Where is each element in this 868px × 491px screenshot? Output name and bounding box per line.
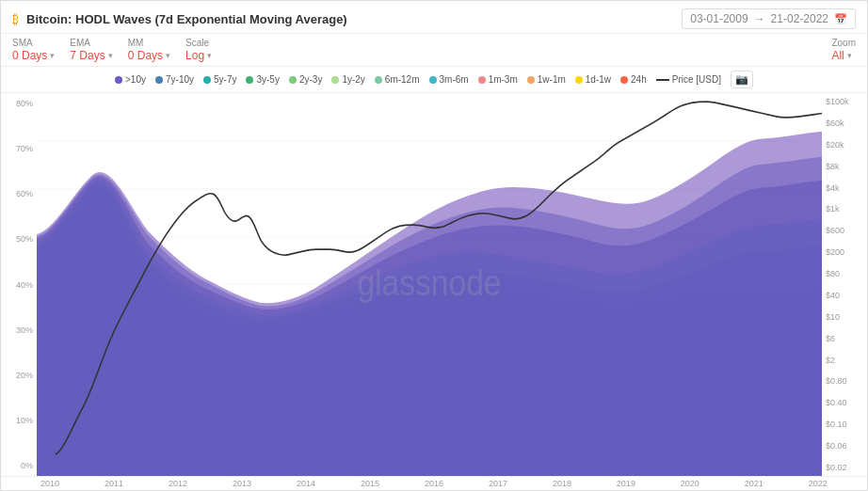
- sma-value: 0 Days: [12, 49, 47, 62]
- y-right-label: $100k: [826, 97, 865, 106]
- y-right-label: $0.40: [826, 398, 865, 407]
- mm-control: MM 0 Days ▾: [128, 38, 170, 62]
- x-axis-label: 2019: [617, 479, 635, 488]
- bitcoin-icon: ₿: [12, 11, 19, 26]
- legend-item-4[interactable]: 2y-3y: [289, 74, 322, 85]
- header-right: 03-01-2009 → 21-02-2022 📅: [682, 8, 856, 29]
- camera-icon[interactable]: 📷: [731, 71, 753, 88]
- header-left: ₿ Bitcoin: HODL Waves (7d Exponential Mo…: [12, 11, 347, 26]
- legend-item-7[interactable]: 3m-6m: [429, 74, 469, 85]
- x-axis-label: 2014: [297, 479, 315, 488]
- y-left-label: 70%: [3, 144, 33, 153]
- main-container: ₿ Bitcoin: HODL Waves (7d Exponential Mo…: [0, 0, 868, 491]
- mm-label: MM: [128, 38, 170, 48]
- zoom-control: Zoom All ▾: [831, 38, 856, 62]
- chart-svg: glassnode: [37, 93, 822, 476]
- legend-item-6[interactable]: 6m-12m: [375, 74, 420, 85]
- y-axis-right: $100k$60k$20k$8k$4k$1k$600$200$80$40$10$…: [822, 93, 867, 476]
- zoom-select[interactable]: All ▾: [831, 49, 856, 62]
- x-axis-label: 2015: [361, 479, 379, 488]
- y-left-label: 0%: [3, 461, 33, 470]
- chart-area: glassnode 80%70%60%50%40%30%20%10%0% $10…: [1, 93, 867, 476]
- mm-chevron: ▾: [166, 51, 170, 60]
- controls-row: SMA 0 Days ▾ EMA 7 Days ▾ MM 0 Days ▾ Sc…: [1, 34, 867, 67]
- chart-title: Bitcoin: HODL Waves (7d Exponential Movi…: [26, 12, 347, 26]
- legend-item-0[interactable]: >10y: [115, 74, 146, 85]
- x-axis-label: 2016: [425, 479, 443, 488]
- y-left-label: 10%: [3, 416, 33, 425]
- x-axis-label: 2012: [169, 479, 187, 488]
- watermark-text: glassnode: [357, 262, 501, 304]
- y-right-label: $1k: [826, 204, 865, 214]
- y-right-label: $4k: [826, 183, 865, 193]
- y-right-label: $0.10: [826, 420, 865, 429]
- y-left-label: 20%: [3, 371, 33, 380]
- scale-value: Log: [185, 49, 204, 62]
- y-right-label: $20k: [826, 140, 865, 150]
- y-right-label: $8k: [826, 162, 865, 171]
- y-right-label: $2: [826, 356, 865, 365]
- scale-label: Scale: [185, 38, 212, 48]
- legend-row: >10y7y-10y5y-7y3y-5y2y-3y1y-2y6m-12m3m-6…: [1, 67, 867, 93]
- y-right-label: $40: [826, 291, 865, 300]
- sma-chevron: ▾: [50, 51, 55, 60]
- date-separator: →: [754, 12, 765, 25]
- sma-label: SMA: [12, 38, 55, 48]
- zoom-label: Zoom: [831, 38, 856, 48]
- controls-right: Zoom All ▾: [831, 38, 856, 62]
- zoom-chevron: ▾: [847, 51, 852, 60]
- scale-chevron: ▾: [207, 51, 212, 60]
- x-axis-label: 2022: [809, 479, 828, 488]
- x-axis-label: 2020: [681, 479, 699, 488]
- y-left-label: 40%: [3, 280, 33, 290]
- ema-value: 7 Days: [70, 49, 104, 62]
- legend-item-11[interactable]: 24h: [620, 74, 647, 85]
- calendar-icon: 📅: [834, 13, 847, 25]
- legend-item-9[interactable]: 1w-1m: [527, 74, 566, 85]
- legend-item-1[interactable]: 7y-10y: [155, 74, 194, 85]
- scale-control: Scale Log ▾: [185, 38, 212, 62]
- sma-control: SMA 0 Days ▾: [12, 38, 55, 62]
- date-range[interactable]: 03-01-2009 → 21-02-2022 📅: [682, 8, 856, 29]
- legend-item-12[interactable]: Price [USD]: [656, 74, 721, 85]
- y-right-label: $80: [826, 269, 865, 278]
- y-right-label: $0.02: [826, 463, 865, 472]
- y-left-label: 80%: [3, 99, 33, 108]
- date-start[interactable]: 03-01-2009: [690, 12, 747, 25]
- ema-chevron: ▾: [108, 51, 113, 60]
- y-right-label: $0.06: [826, 441, 865, 451]
- y-right-label: $200: [826, 247, 865, 257]
- x-axis-label: 2010: [40, 479, 59, 488]
- y-right-label: $0.80: [826, 376, 865, 386]
- zoom-value: All: [831, 49, 844, 62]
- x-axis-label: 2018: [553, 479, 571, 488]
- ema-select[interactable]: 7 Days ▾: [70, 49, 112, 62]
- legend-item-8[interactable]: 1m-3m: [478, 74, 518, 85]
- mm-value: 0 Days: [128, 49, 163, 62]
- x-axis-label: 2021: [745, 479, 764, 488]
- ema-label: EMA: [70, 38, 112, 48]
- chart-header: ₿ Bitcoin: HODL Waves (7d Exponential Mo…: [1, 1, 867, 34]
- y-right-label: $600: [826, 226, 865, 235]
- ema-control: EMA 7 Days ▾: [70, 38, 112, 62]
- mm-select[interactable]: 0 Days ▾: [128, 49, 170, 62]
- y-left-label: 50%: [3, 234, 33, 244]
- x-axis-label: 2011: [104, 479, 123, 488]
- x-axis-label: 2013: [233, 479, 251, 488]
- legend-item-10[interactable]: 1d-1w: [575, 74, 611, 85]
- y-left-label: 60%: [3, 189, 33, 198]
- x-axis: 2010201120122013201420152016201720182019…: [1, 476, 867, 490]
- date-end[interactable]: 21-02-2022: [771, 12, 828, 25]
- scale-select[interactable]: Log ▾: [185, 49, 212, 62]
- y-right-label: $6: [826, 334, 865, 343]
- y-axis-left: 80%70%60%50%40%30%20%10%0%: [1, 93, 37, 476]
- sma-select[interactable]: 0 Days ▾: [12, 49, 55, 62]
- legend-item-5[interactable]: 1y-2y: [331, 74, 364, 85]
- y-right-label: $60k: [826, 119, 865, 128]
- y-right-label: $10: [826, 312, 865, 322]
- legend-item-3[interactable]: 3y-5y: [246, 74, 279, 85]
- legend-item-2[interactable]: 5y-7y: [203, 74, 236, 85]
- y-left-label: 30%: [3, 325, 33, 335]
- x-axis-label: 2017: [489, 479, 507, 488]
